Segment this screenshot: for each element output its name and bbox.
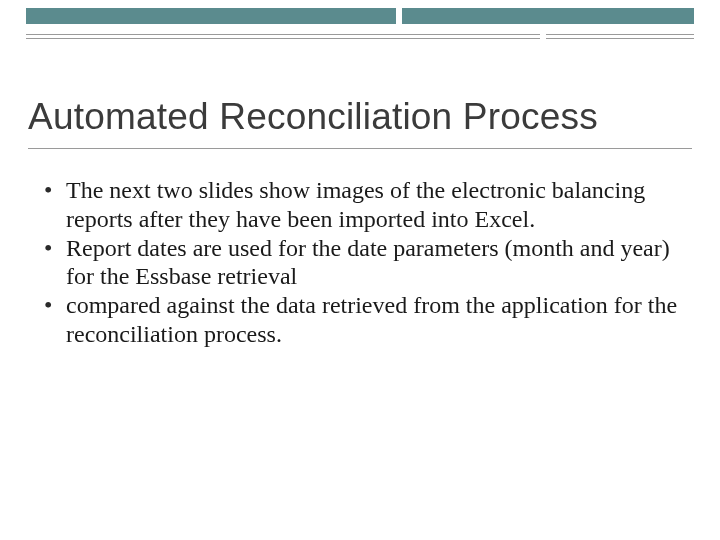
bullet-icon: •: [44, 291, 66, 320]
list-item: • compared against the data retrieved fr…: [44, 291, 684, 349]
thin-rule-1: [26, 34, 694, 35]
bullet-text: The next two slides show images of the e…: [66, 176, 684, 234]
teal-accent-bar: [26, 8, 694, 24]
title-underline: [28, 148, 692, 149]
thin-rule-2: [26, 38, 694, 39]
bullet-text: Report dates are used for the date param…: [66, 234, 684, 292]
bullet-icon: •: [44, 176, 66, 205]
bullet-icon: •: [44, 234, 66, 263]
decoration-gap: [396, 6, 402, 28]
slide-body: • The next two slides show images of the…: [44, 176, 684, 349]
slide-top-decoration: [0, 0, 720, 44]
bullet-text: compared against the data retrieved from…: [66, 291, 684, 349]
list-item: • Report dates are used for the date par…: [44, 234, 684, 292]
decoration-gap-lines: [540, 32, 546, 42]
slide-title: Automated Reconciliation Process: [28, 96, 692, 138]
list-item: • The next two slides show images of the…: [44, 176, 684, 234]
